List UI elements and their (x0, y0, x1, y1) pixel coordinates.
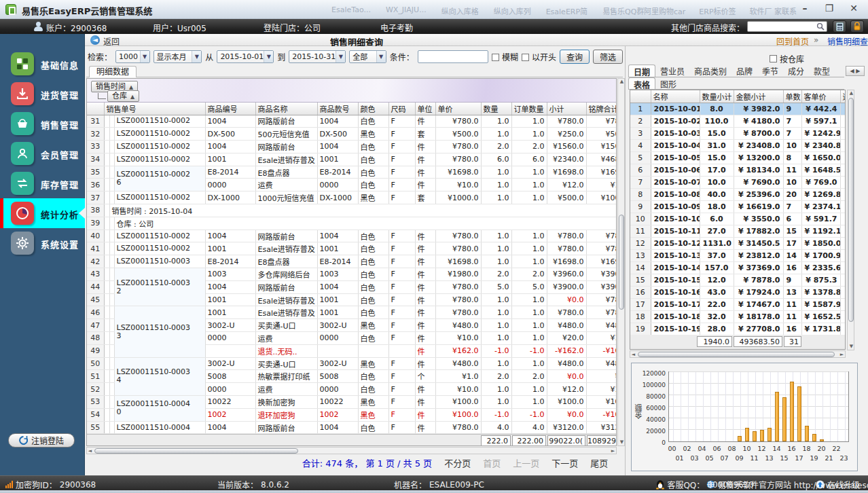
column-header[interactable]: 商品款号 (317, 103, 358, 115)
summary-row[interactable]: 32015-10-0315.0¥ 8700.07¥ 1242.9 (630, 127, 846, 139)
sidebar-item-inventory[interactable]: 库存管理 (0, 168, 85, 198)
column-header[interactable]: 商品编号 (205, 103, 255, 115)
lock-button[interactable] (850, 20, 864, 33)
column-header[interactable]: 数量 (481, 103, 511, 115)
sidebar-item-purchase[interactable]: 进货管理 (0, 79, 85, 109)
close-button[interactable]: ✕ (846, 3, 861, 14)
tab-detail-data[interactable]: 明细数据 (89, 66, 137, 77)
column-header[interactable]: 销售单号 (104, 103, 205, 115)
summary-row[interactable]: 182015-10-1832.0¥ 18178.011¥ 1652.5 (630, 310, 846, 323)
column-header[interactable]: 订单数量 (511, 103, 547, 115)
tab-date[interactable]: 日期 (628, 65, 655, 77)
last-page-link[interactable]: 尾页 (590, 456, 608, 469)
maximize-button[interactable]: ❐ (822, 3, 837, 14)
grid-row[interactable]: 50LSZ00011510-0003 43002-U买卖通-U口3002-U黑色… (87, 357, 617, 370)
grid-row[interactable]: 40LSZ00011510-00021004网路版前台1004白色F件¥780.… (87, 230, 617, 242)
date-from-select[interactable]: 2015-10-01▼ (217, 50, 274, 63)
subtab-table[interactable]: 表格 (628, 77, 655, 89)
fuzzy-checkbox[interactable] (492, 54, 499, 61)
sidebar-item-settings[interactable]: 系统设置 (0, 228, 85, 258)
grid-row[interactable]: 37LSZ00011510-0002DX-10001000元短信充值DX-100… (87, 191, 617, 204)
condition-input[interactable] (418, 50, 489, 63)
next-page-link[interactable]: 下一页 (551, 456, 578, 469)
summary-row[interactable]: 132015-10-1337.0¥ 23812.014¥ 1700.9 (630, 249, 846, 261)
summary-row[interactable]: 172015-10-1722.0¥ 17467.011¥ 1587.9 (630, 298, 846, 310)
filter-button[interactable]: 筛选 (593, 50, 623, 64)
column-header[interactable]: 单位 (415, 103, 435, 115)
column-header[interactable]: 单数 (783, 90, 801, 103)
sidebar-item-members[interactable]: 会员管理 (0, 139, 85, 168)
column-header[interactable]: 颜色 (358, 103, 388, 115)
summary-row[interactable]: 82015-10-0840.0¥ 25396.020¥ 1269.8 (630, 188, 846, 200)
grid-row[interactable]: 34LSZ00011510-00021001Esale进销存普及1001白色F件… (87, 153, 617, 166)
summary-row[interactable]: 92015-10-0918.0¥ 16619.07¥ 2374.1 (630, 200, 846, 213)
no-paging-link[interactable]: 不分页 (444, 456, 471, 469)
back-icon[interactable]: ◄ (90, 35, 100, 45)
summary-row[interactable]: 22015-10-02110.0¥ 4180.07¥ 597.1 (630, 115, 846, 127)
search-input[interactable] (747, 21, 827, 32)
column-header[interactable]: 铭牌合计 (586, 103, 617, 115)
column-header[interactable]: 商品名称 (255, 103, 317, 115)
summary-row[interactable]: 192015-10-1928.0¥ 27708.016¥ 1731.8 (630, 323, 846, 335)
column-header[interactable]: 退 (840, 90, 846, 103)
summary-vertical-scrollbar[interactable]: ▲▼ (847, 90, 854, 350)
date-to-select[interactable]: 2015-10-31▼ (289, 50, 346, 63)
grid-row[interactable]: 32LSZ00011510-0002DX-500500元短信充值DX-500黑色… (87, 128, 617, 141)
group-by-warehouse[interactable]: 仓库▲ (107, 90, 139, 102)
grid-row[interactable]: 33LSZ00011510-00021004网路版前台1004白色F件¥780.… (87, 141, 617, 153)
grid-row[interactable]: 43LSZ00011510-0003 21003多仓库网络后台1003白色F件¥… (87, 268, 617, 281)
column-header[interactable]: 小计 (547, 103, 586, 115)
grid-vertical-scrollbar[interactable]: ▲▼ (617, 78, 625, 446)
back-button[interactable]: 返回 (103, 35, 120, 47)
tab-scroll-buttons[interactable]: ◀ ▶ (846, 66, 865, 76)
summary-row[interactable]: 62015-10-0617.0¥ 18134.011¥ 1648.5 (630, 164, 846, 176)
grid-row[interactable]: 42LSZ00011510-0003E8-2014E8盘点器E8-2014白色F… (87, 255, 617, 268)
tab-salesperson[interactable]: 营业员 (655, 65, 689, 77)
group-row[interactable]: 38销售时间 : 2015-10-04 (87, 204, 617, 217)
tab-composition[interactable]: 成分 (783, 65, 809, 77)
summary-row[interactable]: 122015-10-121131.0¥ 31450.517¥ 1850.0 (630, 237, 846, 249)
summary-row[interactable]: 162015-10-1643.0¥ 17924.013¥ 1378.8 (630, 286, 846, 298)
column-header[interactable]: 名称 (651, 90, 700, 103)
summary-horizontal-scrollbar[interactable]: ◄► (630, 350, 846, 358)
sidebar-item-statistics[interactable]: 统计分析 (0, 198, 85, 228)
sidebar-item-basic-info[interactable]: 基础信息 (0, 49, 85, 79)
grid-row[interactable]: 31LSZ00011510-00021004网路版前台1004白色F件¥780.… (87, 115, 617, 128)
home-link[interactable]: 回到首页 (776, 35, 809, 47)
minimize-button[interactable]: – (797, 3, 812, 14)
range-select[interactable]: 显示本月▼ (153, 50, 202, 63)
group-row[interactable]: 39仓库 : 公司 (87, 217, 617, 230)
summary-row[interactable]: 52015-10-0515.0¥ 13200.08¥ 1650.0 (630, 151, 846, 164)
attendance-link[interactable]: 电子考勤 (380, 22, 413, 33)
column-header[interactable]: 单价 (435, 103, 481, 115)
tab-style[interactable]: 款型 (809, 65, 835, 77)
tab-brand[interactable]: 品牌 (731, 65, 757, 77)
summary-row[interactable]: 152015-10-1512.0¥ 7878.09¥ 875.3 (630, 274, 846, 286)
summary-row[interactable]: 142015-10-14157.0¥ 37369.016¥ 2335.6 (630, 261, 846, 274)
column-header[interactable]: 数量小计 (700, 90, 734, 103)
grid-row[interactable]: 35LSZ00011510-0002 6E8-2014E8盘点器E8-2014白… (87, 166, 617, 179)
count-select[interactable]: 1000▼ (115, 50, 150, 63)
prev-page-link[interactable]: 上一页 (513, 456, 539, 469)
tab-category[interactable]: 商品类别 (689, 65, 731, 77)
search-icon[interactable] (816, 22, 825, 31)
summary-row[interactable]: 12015-10-018.0¥ 3982.09¥ 442.4 (630, 103, 846, 115)
logout-button[interactable]: 注销登陆 (8, 433, 75, 448)
summary-row[interactable]: 102015-10-106.0¥ 3550.06¥ 591.7 (630, 213, 846, 225)
grid-row[interactable]: 41LSZ00011510-00021001Esale进销存普及1001白色F件… (87, 242, 617, 255)
grid-row[interactable]: 53LSZ00011510-0004 010022换新加密狗10022黑色F件¥… (87, 396, 617, 409)
summary-row[interactable]: 42015-10-0431.0¥ 23408.010¥ 2340.8 (630, 139, 846, 151)
grid-row[interactable]: 46LSZ00011510-0003 31001Esale进销存普及1001白色… (87, 306, 617, 319)
subtab-chart[interactable]: 图形 (655, 77, 681, 89)
calculator-button[interactable] (833, 20, 846, 33)
first-page-link[interactable]: 首页 (483, 456, 501, 469)
tab-season[interactable]: 季节 (757, 65, 783, 77)
by-warehouse-checkbox[interactable] (770, 55, 777, 62)
query-button[interactable]: 查询 (560, 50, 590, 64)
scope-select[interactable]: 全部▼ (349, 50, 386, 63)
summary-row[interactable]: 72015-10-0710.0¥ 7690.010¥ 769.0 (630, 176, 846, 188)
grid-horizontal-scrollbar[interactable]: ◄► (86, 447, 617, 454)
starts-with-checkbox[interactable] (522, 54, 529, 61)
column-header[interactable]: 金额小计 (734, 90, 783, 103)
grid-row[interactable]: 55LSZ00011510-00041004网路版前台1004白色F件¥780.… (87, 421, 617, 434)
